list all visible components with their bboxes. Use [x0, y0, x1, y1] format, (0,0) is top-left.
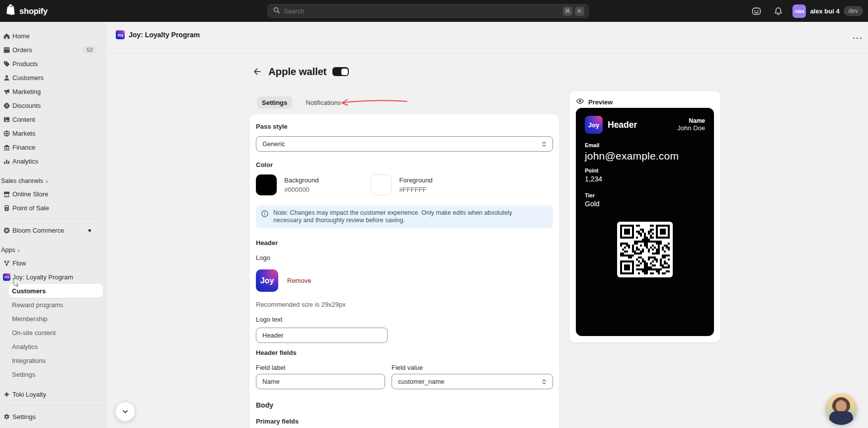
back-button[interactable]: [251, 66, 262, 77]
tab-settings[interactable]: Settings: [257, 96, 292, 109]
header-field-label-wrap: [256, 374, 385, 389]
sidebar-item-finance[interactable]: Finance: [0, 140, 107, 154]
store-icon: [3, 190, 10, 198]
sidebar-item-point-of-sale[interactable]: Point of Sale: [0, 201, 107, 215]
sidebar-item-label: Finance: [12, 144, 35, 151]
scroll-down-button[interactable]: [115, 402, 135, 422]
environment-badge: dev: [844, 6, 863, 16]
sidebar-section-sales-channels[interactable]: Sales channels›: [0, 175, 107, 187]
shopify-logo[interactable]: shopify: [6, 4, 48, 18]
remove-logo-link[interactable]: Remove: [287, 277, 311, 284]
chevron-right-icon: ›: [18, 247, 20, 254]
sidebar-item-discounts[interactable]: Discounts: [0, 98, 107, 112]
sidebar-item-settings[interactable]: Settings: [0, 367, 107, 381]
sidebar-item-flow[interactable]: Flow: [0, 256, 107, 270]
sidebar-item-label: Orders: [12, 46, 32, 54]
account-menu[interactable]: AB4 alex bui 4 dev: [792, 4, 863, 18]
background-color-swatch[interactable]: [256, 174, 277, 195]
sidebar-divider: [4, 405, 103, 406]
foreground-color-swatch[interactable]: [371, 174, 392, 195]
logo-text-field-wrap: [256, 328, 388, 343]
apple-wallet-toggle[interactable]: [332, 67, 349, 76]
pass-name-label: Name: [677, 118, 705, 124]
sidebar-item-integrations[interactable]: Integrations: [0, 353, 107, 367]
pass-style-label: Pass style: [256, 123, 553, 130]
background-label: Background: [284, 176, 318, 184]
header-divider: [107, 53, 868, 53]
updown-chevrons-icon: [541, 141, 548, 148]
pass-email-label: Email: [585, 142, 705, 148]
sidebar-item-label: Discounts: [12, 102, 41, 109]
sidebar-item-bloom-commerce[interactable]: Bloom Commerce: [0, 223, 107, 237]
global-search[interactable]: ⌘ K: [267, 4, 589, 18]
sidebar-item-reward-programs[interactable]: Reward programs: [0, 298, 107, 312]
sidebar-item-toki-loyalty[interactable]: Toki Loyalty: [0, 387, 107, 401]
sidebar-item-customers[interactable]: Customers: [0, 71, 107, 85]
sidebar-item-products[interactable]: Products: [0, 57, 107, 71]
sidebar-item-label: Integrations: [12, 357, 46, 364]
header-field-label-input[interactable]: [262, 378, 380, 385]
products-icon: [3, 60, 10, 68]
avatar: AB4: [792, 4, 806, 18]
notifications-bell-button[interactable]: [771, 3, 786, 18]
sidebar-item-customers[interactable]: Customers: [9, 284, 103, 298]
analytics-icon: [3, 158, 10, 165]
tab-notifications[interactable]: Notifications: [301, 96, 346, 109]
flow-icon: [3, 259, 10, 267]
logo-text-label: Logo text: [256, 316, 553, 323]
background-hex: #000000: [284, 186, 318, 193]
content-icon: [3, 116, 10, 123]
count-badge: 52: [82, 46, 97, 54]
bloom-icon: [3, 227, 10, 234]
foreground-hex: #FFFFFF: [399, 186, 432, 193]
sidebar-item-label: Home: [12, 32, 30, 40]
search-input[interactable]: [284, 7, 560, 15]
sidebar-item-markets[interactable]: Markets: [0, 126, 107, 140]
chevron-right-icon: ›: [46, 177, 48, 185]
sidebar-item-settings[interactable]: Settings: [0, 410, 107, 424]
sidebar-item-marketing[interactable]: Marketing: [0, 85, 107, 98]
sidebar-item-label: Online Store: [12, 190, 48, 198]
settings-card: Pass style Generic Color Background #000…: [249, 114, 559, 428]
annotation-red-arrow: [340, 97, 408, 108]
sidebar-section-apps[interactable]: Apps›: [0, 244, 107, 256]
sidebar-item-label: Membership: [12, 315, 48, 323]
uploaded-logo: Joy: [256, 269, 278, 292]
sidekick-button[interactable]: [749, 3, 764, 18]
logo-text-input[interactable]: [262, 332, 382, 339]
sidebar-item-orders[interactable]: Orders52: [0, 43, 107, 57]
sidebar-item-on-site-content[interactable]: On-site content: [0, 326, 107, 340]
pass-style-select[interactable]: Generic: [256, 136, 553, 152]
sidebar-item-joy-loyalty-program[interactable]: JoyJoy: Loyalty Program: [0, 270, 107, 284]
sidebar-item-analytics[interactable]: Analytics: [0, 340, 107, 353]
sidebar-item-label: Toki Loyalty: [12, 391, 46, 398]
sidebar-item-label: On-site content: [12, 329, 56, 337]
info-icon: [261, 209, 269, 224]
tab-bar: Settings Notifications: [257, 96, 346, 109]
sidebar-item-membership[interactable]: Membership: [0, 312, 107, 326]
sidebar-item-label: Customers: [12, 74, 44, 82]
pass-email-value: john@example.com: [585, 150, 705, 162]
customers-icon: [3, 74, 10, 82]
foreground-label: Foreground: [399, 176, 432, 184]
joy-app-icon: Joy: [3, 273, 10, 281]
pos-icon: [3, 204, 10, 212]
topbar: shopify ⌘ K AB4 alex bui 4 dev: [0, 0, 868, 22]
page-title: Apple wallet: [268, 66, 326, 78]
sidebar-item-analytics[interactable]: Analytics: [0, 154, 107, 168]
header-field-value-select[interactable]: customer_name: [392, 374, 553, 389]
user-name: alex bui 4: [810, 7, 839, 15]
more-actions-button[interactable]: ···: [850, 32, 867, 44]
discounts-icon: [3, 102, 10, 109]
sidebar-divider: [4, 219, 103, 219]
pass-header-text: Header: [608, 120, 637, 130]
support-chat-widget[interactable]: [825, 393, 857, 425]
updown-chevrons-icon: [541, 378, 548, 385]
header-field-value: customer_name: [398, 378, 444, 385]
field-value-label: Field value: [392, 364, 553, 371]
sidebar-item-content[interactable]: Content: [0, 112, 107, 126]
sidebar-item-label: Analytics: [12, 158, 38, 165]
sidebar-item-online-store[interactable]: Online Store: [0, 187, 107, 201]
markets-icon: [3, 130, 10, 137]
sidebar-item-home[interactable]: Home: [0, 29, 107, 43]
